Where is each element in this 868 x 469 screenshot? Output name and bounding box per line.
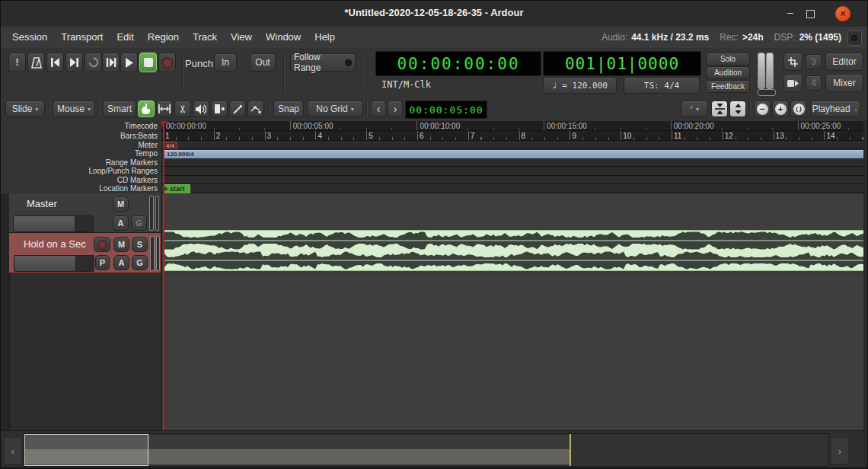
window-slot-3[interactable]: 3 [806, 54, 822, 69]
nudge-clock[interactable]: 00:00:05:00 [405, 100, 487, 119]
pen-icon [233, 104, 243, 114]
track-gain-button[interactable]: G [132, 255, 148, 270]
automation-tool-button[interactable] [247, 100, 264, 117]
stretch-tool-button[interactable] [211, 100, 228, 117]
audio-region[interactable] [164, 230, 864, 271]
goto-start-button[interactable] [46, 53, 64, 72]
master-mute-button[interactable]: M [113, 196, 129, 212]
metronome-button[interactable] [27, 53, 45, 72]
maximize-button[interactable] [806, 10, 815, 18]
track-header-audio1[interactable]: Hold on a Sec M S P A G [9, 233, 161, 273]
bars-beats-ruler[interactable]: 1234567891011121314 [161, 131, 863, 141]
track-playlist-button[interactable]: P [95, 255, 110, 270]
loop-button[interactable] [85, 53, 102, 72]
close-button[interactable]: × [835, 6, 850, 21]
marker-combo-value: * [690, 105, 693, 113]
zoom-focus-dropdown[interactable]: Playhead⌄ [810, 100, 860, 117]
menu-item-session[interactable]: Session [5, 27, 54, 48]
loop-punch-ruler[interactable] [161, 167, 863, 176]
track-fader[interactable] [14, 255, 94, 272]
edit-point-dropdown[interactable]: Mouse▾ [53, 100, 95, 117]
snap-mode-button[interactable]: Snap [273, 100, 304, 117]
range-markers-ruler[interactable] [161, 158, 863, 167]
record-enable-button[interactable] [158, 53, 176, 72]
expand-tracks-button[interactable] [729, 100, 746, 117]
follow-range-button[interactable]: Follow Range [290, 53, 356, 72]
bar-number: 4 [315, 131, 322, 140]
menu-item-window[interactable]: Window [259, 27, 308, 48]
timesig-button[interactable]: TS: 4/4 [624, 77, 700, 94]
timecode-ruler[interactable]: 00:00:00:0000:00:05:0000:00:10:0000:00:1… [161, 121, 863, 131]
smart-mode-button[interactable]: Smart [103, 100, 136, 117]
audition-button[interactable]: Audition [706, 66, 750, 79]
track-record-arm-button[interactable] [94, 237, 110, 252]
editor-window-button[interactable] [783, 53, 803, 71]
meter-ruler[interactable]: 4/4 [161, 141, 863, 149]
clock-source[interactable]: INT/M-Clk [381, 79, 431, 90]
master-afl-button[interactable]: A [113, 215, 129, 231]
draw-tool-button[interactable] [229, 100, 246, 117]
expand-tracks-icon [733, 104, 743, 114]
menu-item-view[interactable]: View [224, 27, 259, 48]
zoom-out-button[interactable]: − [754, 100, 771, 117]
menu-item-help[interactable]: Help [308, 27, 342, 48]
midi-panic-button[interactable]: ! [8, 53, 26, 72]
edit-mode-dropdown[interactable]: Slide▾ [5, 100, 45, 117]
play-button[interactable] [120, 53, 138, 72]
summary-navigator[interactable] [24, 433, 829, 467]
track-solo-button[interactable]: S [132, 237, 148, 252]
solo-button[interactable]: Solo [706, 53, 750, 65]
editor-button[interactable]: Editor [825, 53, 863, 71]
summary-scroll-right-button[interactable]: › [831, 437, 849, 464]
marker-combo[interactable]: *▾ [681, 100, 708, 117]
punch-out-button[interactable]: Out [250, 53, 276, 72]
tempo-marker-label: 120.000/4 [167, 151, 194, 158]
grab-tool-button[interactable] [138, 100, 155, 117]
master-gain-button[interactable]: G [131, 215, 147, 231]
zoom-to-session-button[interactable]: ( ) [790, 100, 807, 117]
mixer-window-button[interactable] [783, 74, 803, 92]
summary-scroll-left-button[interactable]: ‹ [4, 437, 22, 464]
location-markers-ruler[interactable]: start [161, 184, 863, 193]
menu-item-region[interactable]: Region [141, 27, 186, 48]
minimize-button[interactable]: – [783, 5, 797, 21]
track-name-master[interactable]: Master [27, 198, 57, 209]
summary-view-rectangle[interactable] [24, 434, 148, 466]
shrink-tracks-button[interactable] [711, 100, 728, 117]
punch-in-button[interactable]: In [214, 53, 237, 72]
window-slot-4[interactable]: 4 [806, 75, 822, 91]
range-tool-button[interactable] [156, 100, 173, 117]
track-afl-button[interactable]: A [113, 255, 129, 270]
track-header-master[interactable]: Master M A G [9, 193, 161, 233]
play-range-button[interactable] [102, 53, 120, 72]
secondary-clock[interactable]: 001|01|0000 [543, 51, 701, 76]
stop-button[interactable] [139, 53, 157, 72]
primary-clock[interactable]: 00:00:00:00 [375, 51, 541, 76]
track-mute-button[interactable]: M [113, 237, 129, 252]
menu-item-track[interactable]: Track [186, 27, 224, 48]
mixer-button[interactable]: Mixer [825, 74, 863, 92]
menu-item-transport[interactable]: Transport [54, 27, 110, 48]
track-name-audio1[interactable]: Hold on a Sec [24, 238, 86, 250]
playhead[interactable] [163, 121, 164, 430]
nudge-forward-button[interactable]: › [388, 100, 403, 117]
menu-item-edit[interactable]: Edit [110, 27, 140, 48]
grid-dropdown[interactable]: No Grid▾ [307, 100, 363, 117]
play-range-icon [106, 58, 116, 67]
audition-tool-button[interactable] [193, 100, 209, 117]
track-canvas[interactable] [161, 193, 864, 430]
tempo-ruler[interactable]: 120.000/4 [161, 149, 863, 158]
tempo-button[interactable]: ♩ = 120.000 [543, 77, 617, 94]
cut-tool-button[interactable]: ✂ [174, 100, 191, 117]
goto-end-button[interactable] [65, 53, 83, 72]
error-log-button[interactable] [847, 30, 862, 46]
feedback-button[interactable]: Feedback [706, 80, 750, 93]
tempo-marker[interactable]: 120.000/4 [163, 150, 863, 158]
edit-mode-label: Slide [12, 104, 33, 114]
titlebar[interactable]: *Untitled-2020-12-05-18-26-35 - Ardour –… [1, 1, 867, 27]
nudge-back-button[interactable]: ‹ [371, 100, 386, 117]
master-fader[interactable] [13, 215, 94, 232]
cd-markers-ruler[interactable] [161, 176, 863, 184]
bar-number: 12 [723, 131, 733, 140]
zoom-in-button[interactable]: + [772, 100, 789, 117]
